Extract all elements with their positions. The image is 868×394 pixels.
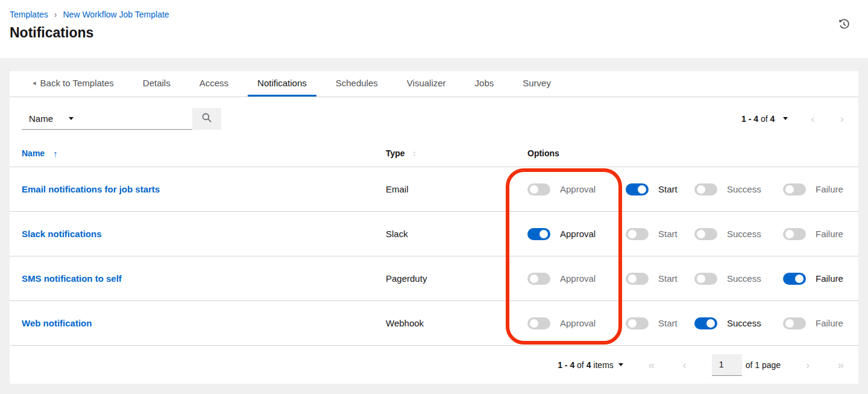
toggle-group: Approval bbox=[527, 183, 626, 195]
table-row: Email notifications for job starts Email… bbox=[10, 167, 858, 211]
first-page-arrow-icon[interactable]: « bbox=[646, 359, 658, 370]
toggle-group: Failure bbox=[783, 228, 858, 240]
history-icon bbox=[838, 23, 850, 32]
failure-toggle[interactable] bbox=[783, 183, 806, 195]
start-toggle-label: Start bbox=[658, 273, 678, 284]
breadcrumb-link-template[interactable]: New Workflow Job Template bbox=[63, 10, 169, 19]
success-toggle-label: Success bbox=[727, 273, 761, 284]
failure-toggle-label: Failure bbox=[816, 229, 843, 239]
start-toggle[interactable] bbox=[626, 183, 649, 195]
breadcrumb-separator-icon: › bbox=[54, 10, 57, 19]
table-row: Web notification Webhook Approval Start … bbox=[10, 300, 858, 345]
prev-page-arrow-icon[interactable]: ‹ bbox=[808, 113, 817, 124]
failure-toggle[interactable] bbox=[783, 228, 806, 240]
bottom-pagination: 1 - 4 of 4 items « ‹ of 1 page › » bbox=[10, 345, 858, 384]
pagination-caret-icon[interactable] bbox=[783, 117, 788, 120]
approval-toggle[interactable] bbox=[527, 183, 550, 195]
column-header-name[interactable]: Name bbox=[22, 148, 45, 158]
failure-toggle[interactable] bbox=[783, 273, 806, 285]
approval-toggle-label: Approval bbox=[560, 184, 596, 194]
last-page-arrow-icon[interactable]: » bbox=[835, 359, 846, 370]
toggle-group: Success bbox=[694, 183, 783, 195]
toggle-group: Start bbox=[626, 228, 694, 240]
caret-down-icon bbox=[69, 117, 74, 120]
failure-toggle-label: Failure bbox=[816, 273, 843, 284]
success-toggle-label: Success bbox=[727, 229, 761, 239]
sort-both-icon[interactable]: ↕ bbox=[412, 148, 417, 158]
column-header-options: Options bbox=[527, 148, 559, 158]
failure-toggle[interactable] bbox=[783, 317, 806, 329]
start-toggle[interactable] bbox=[626, 228, 649, 240]
search-button[interactable] bbox=[192, 108, 221, 130]
top-pagination: 1 - 4 of 4 ‹ › bbox=[741, 113, 846, 124]
page-header: Templates › New Workflow Job Template No… bbox=[0, 0, 868, 58]
tab-bar: ◂ Back to Templates Details Access Notif… bbox=[10, 71, 858, 97]
notification-name-link[interactable]: SMS notification to self bbox=[22, 273, 122, 284]
toggle-group: Failure bbox=[783, 273, 858, 285]
items-per-page-caret-icon[interactable] bbox=[618, 363, 623, 366]
toggle-group: Success bbox=[694, 273, 783, 285]
page-count-label: of 1 page bbox=[746, 360, 781, 370]
tab-schedules[interactable]: Schedules bbox=[326, 71, 388, 97]
tab-jobs[interactable]: Jobs bbox=[465, 71, 504, 97]
notification-type: Pagerduty bbox=[386, 273, 527, 284]
current-page-input[interactable] bbox=[712, 354, 742, 376]
failure-toggle-label: Failure bbox=[816, 318, 843, 328]
tab-access[interactable]: Access bbox=[190, 71, 238, 97]
tab-survey[interactable]: Survey bbox=[513, 71, 561, 97]
approval-toggle[interactable] bbox=[527, 273, 550, 285]
sort-ascending-icon[interactable]: ↑ bbox=[53, 148, 58, 159]
toggle-group: Approval bbox=[527, 273, 626, 285]
notification-name-link[interactable]: Slack notifications bbox=[22, 229, 102, 239]
toggle-group: Approval bbox=[527, 228, 626, 240]
prev-page-arrow-icon[interactable]: ‹ bbox=[680, 359, 688, 370]
search-input[interactable] bbox=[81, 108, 192, 130]
approval-toggle-label: Approval bbox=[560, 229, 596, 239]
start-toggle-label: Start bbox=[658, 229, 678, 239]
toggle-group: Start bbox=[626, 273, 694, 285]
tab-details[interactable]: Details bbox=[133, 71, 180, 97]
tab-back-to-templates[interactable]: ◂ Back to Templates bbox=[23, 71, 124, 97]
toggle-group: Failure bbox=[783, 317, 858, 329]
notification-name-link[interactable]: Web notification bbox=[22, 318, 92, 328]
back-caret-icon: ◂ bbox=[33, 80, 36, 86]
table-row: Slack notifications Slack Approval Start… bbox=[10, 211, 858, 256]
notifications-card: ◂ Back to Templates Details Access Notif… bbox=[10, 71, 858, 384]
success-toggle[interactable] bbox=[694, 273, 717, 285]
column-header-type[interactable]: Type bbox=[386, 148, 405, 158]
success-toggle[interactable] bbox=[694, 228, 717, 240]
tab-notifications[interactable]: Notifications bbox=[248, 71, 316, 97]
next-page-arrow-icon[interactable]: › bbox=[838, 113, 846, 124]
notification-type: Slack bbox=[386, 229, 527, 239]
approval-toggle[interactable] bbox=[527, 317, 550, 329]
page-title: Notifications bbox=[10, 25, 854, 41]
toggle-group: Start bbox=[626, 183, 694, 195]
toggle-group: Approval bbox=[527, 317, 626, 329]
toggle-group: Start bbox=[626, 317, 694, 329]
notification-type: Email bbox=[386, 184, 527, 194]
notification-type: Webhook bbox=[386, 318, 527, 328]
start-toggle[interactable] bbox=[626, 317, 649, 329]
history-button[interactable] bbox=[838, 18, 850, 32]
next-page-arrow-icon[interactable]: › bbox=[804, 359, 812, 370]
success-toggle-label: Success bbox=[727, 318, 761, 328]
start-toggle-label: Start bbox=[658, 318, 678, 328]
filter-type-select[interactable]: Name bbox=[22, 108, 81, 130]
start-toggle[interactable] bbox=[626, 273, 649, 285]
toolbar: Name 1 - 4 of 4 ‹ › bbox=[10, 97, 858, 141]
search-icon bbox=[201, 112, 212, 125]
success-toggle[interactable] bbox=[694, 183, 717, 195]
table-row: SMS notification to self Pagerduty Appro… bbox=[10, 256, 858, 300]
tab-visualizer[interactable]: Visualizer bbox=[397, 71, 456, 97]
table-body: Email notifications for job starts Email… bbox=[10, 167, 858, 345]
success-toggle[interactable] bbox=[694, 317, 717, 329]
breadcrumb-link-templates[interactable]: Templates bbox=[10, 10, 48, 19]
success-toggle-label: Success bbox=[727, 184, 761, 194]
toggle-group: Success bbox=[694, 228, 783, 240]
start-toggle-label: Start bbox=[658, 184, 678, 194]
notification-name-link[interactable]: Email notifications for job starts bbox=[22, 184, 160, 194]
approval-toggle-label: Approval bbox=[560, 318, 596, 328]
approval-toggle[interactable] bbox=[527, 228, 550, 240]
toggle-group: Failure bbox=[783, 183, 858, 195]
approval-toggle-label: Approval bbox=[560, 273, 596, 284]
